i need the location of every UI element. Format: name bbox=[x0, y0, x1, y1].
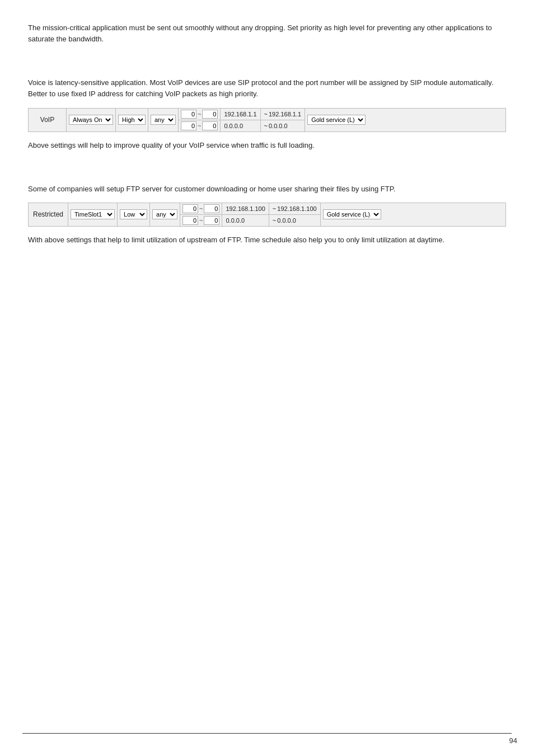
section2: Voice is latency-sensitive application. … bbox=[28, 77, 506, 151]
voip-src-ip-row2: 0.0.0.0 bbox=[221, 120, 260, 132]
voip-src-ip: 192.168.1.1 0.0.0.0 bbox=[221, 109, 260, 132]
voip-ports: ~ ~ bbox=[179, 109, 221, 132]
voip-port1-from[interactable] bbox=[181, 110, 196, 119]
ftp-src-ip-row1: 192.168.1.100 bbox=[222, 203, 268, 215]
voip-schedule-cell: Always On TimeSlot1 bbox=[67, 109, 116, 132]
voip-service-cell: Gold service (L) Silver service Bronze s… bbox=[305, 109, 368, 132]
ftp-dst-ip-row2: ~ 0.0.0.0 bbox=[269, 215, 320, 226]
section2-after-text: Above settings will help to improve qual… bbox=[28, 140, 506, 151]
section1: The mission-critical application must be… bbox=[28, 22, 506, 45]
section3-text: Some of companies will setup FTP server … bbox=[28, 184, 506, 195]
voip-priority-cell: High Low bbox=[116, 109, 148, 132]
ftp-schedule-select[interactable]: Always On TimeSlot1 bbox=[71, 209, 115, 219]
voip-service-select[interactable]: Gold service (L) Silver service Bronze s… bbox=[307, 115, 366, 125]
voip-schedule-select[interactable]: Always On TimeSlot1 bbox=[69, 115, 113, 125]
voip-table-row: VoIP Always On TimeSlot1 High Low any tc… bbox=[28, 108, 506, 132]
voip-protocol-cell: any tcp udp bbox=[148, 109, 179, 132]
ftp-port1-from[interactable] bbox=[182, 204, 198, 213]
ftp-port-row2: ~ bbox=[180, 215, 222, 226]
ftp-protocol-select[interactable]: any tcp udp bbox=[152, 209, 177, 219]
page-divider bbox=[22, 733, 512, 734]
voip-src-ip-row1: 192.168.1.1 bbox=[221, 109, 260, 120]
ftp-label: Restricted bbox=[29, 203, 68, 226]
voip-port-row2: ~ bbox=[179, 120, 220, 132]
ftp-dst-ip: ~ 192.168.1.100 ~ 0.0.0.0 bbox=[269, 203, 321, 226]
ftp-service-select[interactable]: Gold service (L) Silver service Bronze s… bbox=[323, 209, 381, 219]
page-number: 94 bbox=[509, 736, 517, 745]
ftp-table-row: Restricted Always On TimeSlot1 High Low … bbox=[28, 203, 506, 227]
ftp-port2-to[interactable] bbox=[204, 216, 219, 225]
voip-priority-select[interactable]: High Low bbox=[118, 115, 146, 125]
voip-protocol-select[interactable]: any tcp udp bbox=[151, 115, 176, 125]
voip-dst-ip: ~ 192.168.1.1 ~ 0.0.0.0 bbox=[261, 109, 306, 132]
section1-text: The mission-critical application must be… bbox=[28, 22, 506, 45]
voip-dst-ip-row2: ~ 0.0.0.0 bbox=[261, 120, 305, 132]
ftp-port-row1: ~ bbox=[180, 203, 222, 215]
ftp-priority-select[interactable]: High Low bbox=[120, 209, 147, 219]
ftp-dst-ip-row1: ~ 192.168.1.100 bbox=[269, 203, 320, 215]
section3: Some of companies will setup FTP server … bbox=[28, 184, 506, 246]
voip-port-row1: ~ bbox=[179, 109, 220, 120]
voip-port2-from[interactable] bbox=[181, 121, 196, 130]
section3-after-text: With above settings that help to limit u… bbox=[28, 234, 506, 246]
ftp-service-cell: Gold service (L) Silver service Bronze s… bbox=[321, 203, 383, 226]
ftp-port1-to[interactable] bbox=[204, 204, 219, 213]
ftp-protocol-cell: any tcp udp bbox=[150, 203, 180, 226]
voip-dst-ip-row1: ~ 192.168.1.1 bbox=[261, 109, 305, 120]
voip-port1-to[interactable] bbox=[202, 110, 218, 119]
voip-port2-to[interactable] bbox=[202, 121, 218, 130]
ftp-port2-from[interactable] bbox=[182, 216, 198, 225]
ftp-priority-cell: High Low bbox=[118, 203, 150, 226]
ftp-src-ip: 192.168.1.100 0.0.0.0 bbox=[222, 203, 269, 226]
ftp-src-ip-row2: 0.0.0.0 bbox=[222, 215, 268, 226]
ftp-schedule-cell: Always On TimeSlot1 bbox=[68, 203, 118, 226]
ftp-ports: ~ ~ bbox=[180, 203, 222, 226]
section2-text: Voice is latency-sensitive application. … bbox=[28, 77, 506, 100]
voip-label: VoIP bbox=[29, 109, 67, 132]
